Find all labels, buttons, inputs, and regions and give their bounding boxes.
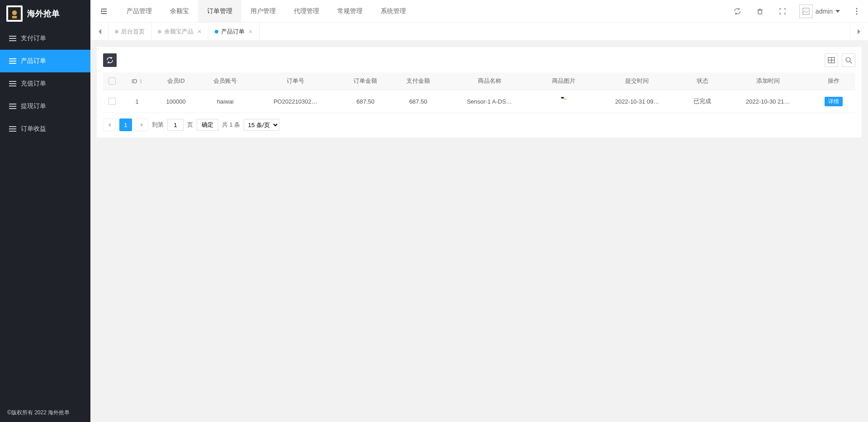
header-order-amount: 订单金额 (339, 72, 392, 90)
sidebar-item-recharge-orders[interactable]: 充值订单 (0, 72, 90, 95)
detail-button[interactable]: 详情 (825, 97, 843, 106)
clear-cache-button[interactable] (749, 0, 771, 23)
sidebar-item-pay-orders[interactable]: 支付订单 (0, 27, 90, 50)
list-icon (9, 80, 16, 87)
refresh-button[interactable] (726, 0, 749, 23)
table-refresh-button[interactable] (103, 53, 117, 67)
top-nav-agent-mgmt[interactable]: 代理管理 (285, 0, 328, 22)
sidebar-item-withdraw-orders[interactable]: 提现订单 (0, 95, 90, 118)
svg-rect-33 (561, 97, 564, 99)
tabs-scroll-left[interactable] (90, 23, 108, 40)
cell-action: 详情 (812, 90, 855, 113)
cell-member-id: 100000 (153, 90, 199, 113)
sidebar-item-order-income[interactable]: 订单收益 (0, 118, 90, 140)
svg-line-32 (850, 62, 852, 63)
sidebar-item-label: 充值订单 (21, 80, 46, 88)
goto-confirm-button[interactable]: 确定 (197, 119, 218, 131)
header-id[interactable]: ID▲▼ (121, 72, 153, 90)
sidebar-toggle-button[interactable] (90, 0, 118, 22)
cell-product-image (534, 90, 593, 113)
page-number-1[interactable]: 1 (119, 119, 132, 131)
refresh-icon (106, 57, 113, 64)
svg-rect-4 (9, 38, 16, 39)
table-row: 1 100000 haiwai PO202210302… 687.50 687.… (103, 90, 855, 113)
header-product-name: 商品名称 (444, 72, 534, 90)
tab-yuebao-products[interactable]: 余额宝产品 ✕ (151, 23, 208, 40)
tab-home[interactable]: 后台首页 (108, 23, 151, 40)
cell-status: 已完成 (681, 90, 724, 113)
chevron-left-icon (108, 123, 111, 127)
svg-rect-14 (9, 108, 16, 109)
more-button[interactable] (845, 0, 868, 23)
top-nav-order-mgmt[interactable]: 订单管理 (198, 0, 241, 22)
svg-rect-24 (803, 8, 809, 14)
tab-product-orders[interactable]: 产品订单 ✕ (208, 23, 259, 40)
tabs-container: 后台首页 余额宝产品 ✕ 产品订单 ✕ (108, 23, 259, 40)
goto-suffix-label: 页 (187, 121, 193, 129)
top-nav-product-mgmt[interactable]: 产品管理 (118, 0, 161, 22)
svg-rect-16 (9, 128, 16, 129)
row-checkbox-cell (103, 90, 121, 113)
tab-label: 产品订单 (221, 28, 245, 36)
page-next-button[interactable] (136, 119, 148, 131)
list-icon (9, 103, 16, 110)
tab-label: 后台首页 (121, 28, 145, 36)
table-toolbar-right (825, 53, 855, 67)
tab-close-icon[interactable]: ✕ (197, 28, 202, 35)
main: 产品管理 余额宝 订单管理 用户管理 代理管理 常规管理 系统管理 (90, 0, 868, 422)
header-member-id: 会员ID (153, 72, 199, 90)
refresh-icon (734, 8, 741, 15)
top-nav-user-mgmt[interactable]: 用户管理 (241, 0, 285, 22)
svg-point-34 (564, 97, 565, 98)
top-header: 产品管理 余额宝 订单管理 用户管理 代理管理 常规管理 系统管理 (90, 0, 868, 23)
cell-order-no: PO202210302… (252, 90, 340, 113)
top-nav-system-mgmt[interactable]: 系统管理 (372, 0, 415, 22)
tab-close-icon[interactable]: ✕ (248, 28, 253, 35)
total-count-label: 共 1 条 (222, 121, 240, 129)
product-thumbnail[interactable] (550, 95, 577, 108)
fullscreen-button[interactable] (771, 0, 794, 23)
row-checkbox[interactable] (108, 98, 116, 105)
fullscreen-icon (779, 8, 786, 15)
header-left: 产品管理 余额宝 订单管理 用户管理 代理管理 常规管理 系统管理 (90, 0, 415, 22)
goto-page-input[interactable] (167, 119, 184, 131)
chevron-down-icon (835, 10, 840, 13)
tabs-scroll-right[interactable] (850, 23, 868, 40)
top-nav-general-mgmt[interactable]: 常规管理 (328, 0, 372, 22)
per-page-select[interactable]: 15 条/页 (244, 119, 279, 131)
page-prev-button[interactable] (103, 119, 116, 131)
svg-rect-7 (9, 61, 16, 62)
tab-label: 余额宝产品 (164, 28, 193, 36)
sidebar-item-product-orders[interactable]: 产品订单 (0, 50, 90, 72)
tab-dot-icon (158, 30, 161, 33)
chevron-right-icon (858, 29, 861, 34)
header-submit-time: 提交时间 (593, 72, 681, 90)
sidebar-item-label: 订单收益 (21, 125, 46, 133)
top-nav-yuebao[interactable]: 余额宝 (161, 0, 198, 22)
table-toolbar (103, 53, 855, 67)
more-vertical-icon (856, 8, 858, 15)
cell-id: 1 (121, 90, 153, 113)
svg-rect-8 (9, 63, 16, 64)
app-title: 海外抢单 (27, 8, 60, 19)
svg-point-27 (856, 13, 858, 14)
cell-add-time: 2022-10-30 21… (724, 90, 812, 113)
list-icon (9, 57, 16, 65)
goto-prefix-label: 到第 (152, 121, 164, 129)
top-nav: 产品管理 余额宝 订单管理 用户管理 代理管理 常规管理 系统管理 (118, 0, 415, 22)
user-menu[interactable]: admin (794, 0, 845, 23)
indent-icon (100, 8, 108, 15)
username-label: admin (816, 8, 833, 15)
orders-table: ID▲▼ 会员ID 会员账号 订单号 订单金额 支付金额 商品名称 商品图片 提… (103, 72, 855, 113)
search-icon (845, 57, 852, 64)
search-button[interactable] (842, 53, 855, 67)
columns-button[interactable] (825, 53, 838, 67)
header-status: 状态 (681, 72, 724, 90)
sidebar-footer: ©版权所有 2022 海外抢单 (0, 403, 90, 422)
header-right: admin (726, 0, 868, 22)
svg-point-31 (846, 57, 850, 62)
svg-rect-3 (9, 36, 16, 37)
svg-rect-6 (9, 58, 16, 59)
select-all-checkbox[interactable] (108, 77, 116, 85)
chevron-left-icon (98, 29, 101, 34)
